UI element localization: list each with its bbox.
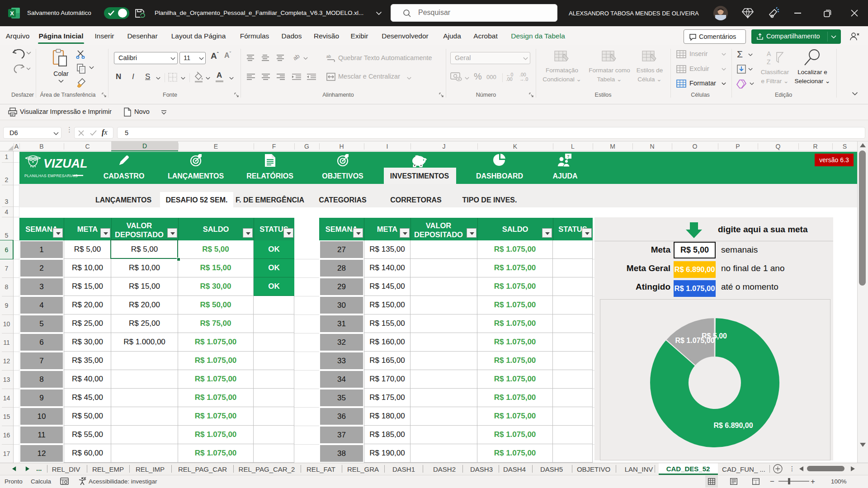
svg-text:X: X xyxy=(10,10,14,17)
svg-text:VIZUAL: VIZUAL xyxy=(43,157,88,170)
svg-text:?: ? xyxy=(567,154,570,159)
svg-text:A: A xyxy=(767,50,771,57)
svg-text:ab: ab xyxy=(326,54,331,59)
svg-text:Z: Z xyxy=(767,58,771,66)
svg-text:PLANILHAS EMPRESARIAIS: PLANILHAS EMPRESARIAIS xyxy=(24,174,78,178)
